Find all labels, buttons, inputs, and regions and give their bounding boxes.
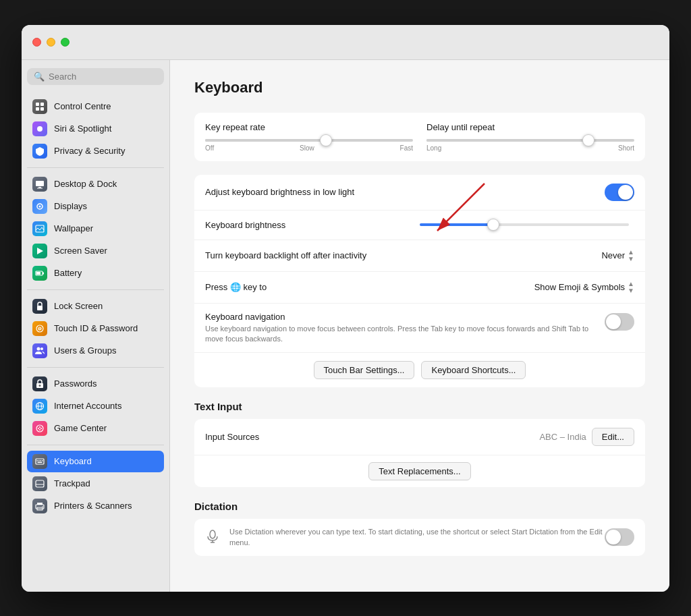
kb-slider-track <box>420 223 629 226</box>
keyboard-nav-label: Keyboard navigation <box>205 312 605 322</box>
sidebar-section-3: Lock Screen Touch ID & Password <box>27 296 164 362</box>
delay-thumb[interactable] <box>582 134 595 146</box>
sidebar-item-lockscreen[interactable]: Lock Screen <box>27 296 164 317</box>
key-repeat-thumb[interactable] <box>320 134 332 146</box>
delay-fill <box>426 139 588 142</box>
adjust-brightness-label: Adjust keyboard brightness in low light <box>205 187 605 197</box>
sidebar-item-printers[interactable]: Printers & Scanners <box>27 495 164 517</box>
keyboard-brightness-row: Keyboard brightness <box>194 211 645 240</box>
svg-rect-13 <box>43 272 44 274</box>
text-input-card: Input Sources ABC – India Edit... Text R… <box>194 419 645 487</box>
sidebar-item-internet[interactable]: Internet Accounts <box>27 395 164 417</box>
sidebar-item-control-centre[interactable]: Control Centre <box>27 96 164 117</box>
svg-rect-40 <box>37 503 43 505</box>
backlight-off-label: Turn keyboard backlight off after inacti… <box>205 250 601 260</box>
delay-label: Delay until repeat <box>426 122 634 132</box>
backlight-off-value: Never <box>601 250 625 260</box>
sidebar-item-wallpaper[interactable]: Wallpaper <box>27 218 164 240</box>
main-content: 🔍 Control Centre <box>22 60 669 592</box>
svg-rect-37 <box>36 480 44 487</box>
svg-rect-32 <box>37 460 38 461</box>
passwords-icon <box>32 376 47 391</box>
minimize-button[interactable] <box>47 38 55 47</box>
svg-point-19 <box>37 347 40 350</box>
sidebar-item-screensaver[interactable]: Screen Saver <box>27 240 164 262</box>
delay-track-container <box>426 139 634 142</box>
svg-marker-11 <box>37 248 43 254</box>
input-sources-label: Input Sources <box>205 432 539 442</box>
sidebar-item-privacy[interactable]: Privacy & Security <box>27 140 164 162</box>
text-replacements-button[interactable]: Text Replacements... <box>368 462 470 480</box>
svg-point-9 <box>39 205 41 207</box>
sidebar-section-4: Passwords Internet Accounts <box>27 373 164 439</box>
sidebar-item-users[interactable]: Users & Groups <box>27 340 164 362</box>
backlight-off-dropdown[interactable]: Never ▲▼ <box>601 249 634 262</box>
backlight-off-row: Turn keyboard backlight off after inacti… <box>194 240 645 272</box>
sidebar-section-2: Desktop & Dock Displays <box>27 173 164 284</box>
sidebar-item-keyboard[interactable]: Keyboard <box>27 451 164 472</box>
search-icon: 🔍 <box>34 72 45 82</box>
svg-point-30 <box>39 429 40 430</box>
sidebar-item-touchid[interactable]: Touch ID & Password <box>27 318 164 339</box>
close-button[interactable] <box>32 38 41 47</box>
adjust-brightness-toggle[interactable] <box>605 184 634 201</box>
sidebar-item-passwords[interactable]: Passwords <box>27 373 164 395</box>
sidebar-item-label: Keyboard <box>54 456 92 466</box>
battery-icon <box>32 266 47 281</box>
svg-rect-0 <box>36 103 39 106</box>
sidebar-item-gamecenter[interactable]: Game Center <box>27 418 164 439</box>
sidebar-item-label: Printers & Scanners <box>54 501 132 511</box>
svg-rect-14 <box>36 272 40 275</box>
svg-rect-15 <box>37 306 43 310</box>
svg-rect-35 <box>42 460 43 461</box>
sidebar-item-desktop[interactable]: Desktop & Dock <box>27 173 164 195</box>
svg-point-29 <box>39 426 40 428</box>
keyboard-nav-row: Keyboard navigation Use keyboard navigat… <box>194 304 645 354</box>
printers-icon <box>32 499 47 513</box>
touch-bar-settings-button[interactable]: Touch Bar Settings... <box>314 361 415 379</box>
dictation-toggle[interactable] <box>605 528 634 546</box>
sidebar-item-trackpad[interactable]: Trackpad <box>27 473 164 495</box>
svg-rect-31 <box>36 459 44 464</box>
sidebar-item-battery[interactable]: Battery <box>27 262 164 284</box>
keyboard-shortcuts-button[interactable]: Keyboard Shortcuts... <box>421 361 526 379</box>
keyboard-brightness-slider[interactable] <box>420 223 634 226</box>
lockscreen-icon <box>32 299 47 314</box>
key-repeat-track <box>205 139 413 142</box>
svg-rect-3 <box>40 107 44 111</box>
sidebar-section-1: Control Centre Siri & Spotlight <box>27 96 164 162</box>
sidebar-item-label: Trackpad <box>54 478 90 488</box>
input-sources-edit-button[interactable]: Edit... <box>592 428 634 446</box>
sidebar-item-label: Siri & Spotlight <box>54 123 111 134</box>
sidebar: 🔍 Control Centre <box>22 60 170 592</box>
privacy-icon <box>32 144 47 159</box>
dictation-description: Use Dictation wherever you can type text… <box>229 527 605 548</box>
kb-slider-thumb[interactable] <box>487 219 499 231</box>
keyboard-nav-toggle[interactable] <box>605 313 634 331</box>
keyboard-settings-card: Adjust keyboard brightness in low light … <box>194 175 645 388</box>
users-icon <box>32 343 47 358</box>
maximize-button[interactable] <box>61 38 70 47</box>
divider-2 <box>27 289 164 290</box>
svg-point-20 <box>40 347 43 350</box>
svg-point-42 <box>42 506 43 507</box>
search-input[interactable] <box>49 72 157 82</box>
toggle-thumb-dictation <box>606 530 621 544</box>
svg-point-28 <box>40 428 42 429</box>
divider-4 <box>27 445 164 445</box>
keyboard-icon <box>32 454 47 469</box>
press-key-dropdown[interactable]: Show Emoji & Symbols ▲▼ <box>534 281 634 294</box>
search-box[interactable]: 🔍 <box>27 68 164 85</box>
press-key-label: Press 🌐 key to <box>205 282 534 292</box>
key-repeat-labels: Off Slow Fast <box>205 144 413 152</box>
system-preferences-window: 🔍 Control Centre <box>22 25 669 592</box>
control-centre-icon <box>32 99 47 114</box>
dictation-card: Use Dictation wherever you can type text… <box>194 519 645 556</box>
sidebar-item-displays[interactable]: Displays <box>27 196 164 217</box>
wallpaper-icon <box>32 221 47 236</box>
svg-rect-2 <box>36 107 39 111</box>
sidebar-item-siri[interactable]: Siri & Spotlight <box>27 118 164 140</box>
sidebar-item-label: Screen Saver <box>54 246 107 256</box>
svg-rect-6 <box>38 187 41 188</box>
svg-point-26 <box>36 425 43 432</box>
